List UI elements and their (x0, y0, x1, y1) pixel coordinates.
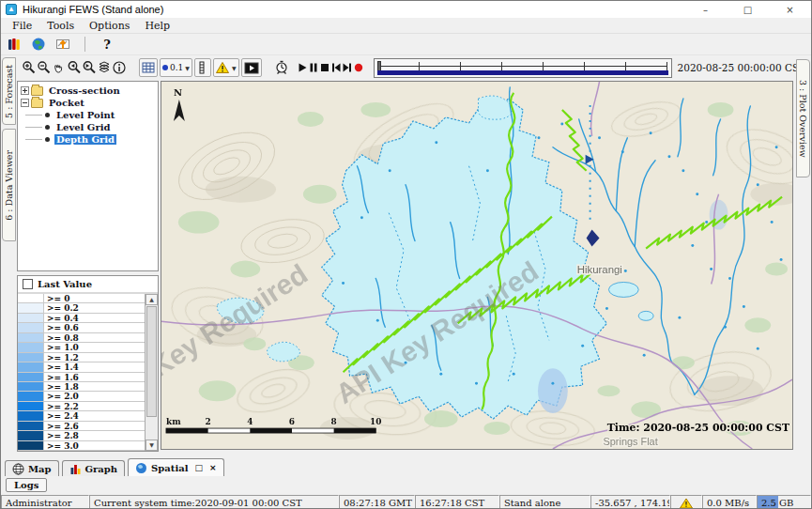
pause-button[interactable] (308, 59, 319, 76)
zoom-next-icon[interactable] (82, 59, 97, 76)
status-gmt-time: 08:27:18 GMT (339, 495, 415, 509)
place-label-springs-flat: Springs Flat (603, 436, 657, 447)
tab-close-icon[interactable]: × (209, 463, 217, 472)
main-content: Cross-section Pocket Level Point Level G… (1, 80, 811, 458)
legend-color-swatch (18, 353, 44, 362)
tree-node-level-grid[interactable]: Level Grid (18, 121, 158, 133)
legend-row[interactable]: >= 0.6 (18, 323, 145, 332)
legend-row[interactable]: >= 2.4 (18, 411, 145, 421)
time-slider[interactable] (374, 58, 672, 78)
legend-row[interactable]: >= 0.2 (18, 303, 145, 313)
status-mode: Stand alone (499, 495, 590, 509)
wire-globe-icon (12, 463, 24, 475)
legend-color-swatch (18, 392, 44, 400)
sidebar-tab-data-viewer[interactable]: 6 : Data Viewer (2, 129, 16, 241)
tab-maximize-icon[interactable]: □ (195, 463, 204, 472)
north-label: N (174, 87, 182, 98)
pan-hand-icon[interactable] (52, 59, 67, 76)
legend-row[interactable]: >= 3.0 (18, 441, 145, 451)
spatial-display-icon[interactable] (54, 36, 71, 53)
status-system-time: Current system time:2020-09-01 00:00 CST (89, 495, 339, 509)
step-forward-button[interactable] (342, 59, 353, 76)
menu-tools[interactable]: Tools (39, 20, 82, 32)
explorer-icon[interactable] (6, 36, 23, 53)
legend-color-swatch (18, 294, 44, 302)
legend-color-swatch (18, 373, 44, 381)
tab-map[interactable]: Map (5, 460, 59, 476)
sidebar-tab-forecast[interactable]: 5 : Forecast (2, 57, 16, 125)
menu-help[interactable]: Help (137, 20, 177, 32)
tab-graph[interactable]: Graph (62, 460, 126, 476)
play-button[interactable] (297, 59, 308, 76)
menu-options[interactable]: Options (82, 20, 137, 32)
map-view[interactable]: API Key Required API Key Required Hikura… (161, 81, 793, 450)
legend-row[interactable]: >= 2.0 (18, 392, 145, 401)
legend-row[interactable]: >= 0 (18, 294, 145, 303)
scalebar-unit: km (166, 417, 181, 426)
info-icon[interactable] (112, 59, 127, 76)
scale-ruler-button[interactable] (194, 58, 211, 77)
record-button[interactable] (353, 59, 364, 76)
sidebar-tab-plot-overview[interactable]: 3 : Plot Overview (796, 59, 810, 177)
menu-file[interactable]: File (5, 20, 39, 32)
minimize-button[interactable]: – (684, 1, 727, 18)
tree-node-depth-grid[interactable]: Depth Grid (18, 133, 158, 146)
application-window: ▲ Hikurangi FEWS (Stand alone) – □ × Fil… (0, 0, 812, 509)
legend-row[interactable]: >= 1.2 (18, 353, 145, 362)
svg-text:10: 10 (370, 417, 381, 426)
status-warning-icon[interactable] (670, 495, 702, 509)
app-icon: ▲ (6, 4, 17, 15)
svg-text:8: 8 (331, 417, 337, 426)
scroll-up-icon[interactable]: ▲ (146, 294, 158, 305)
help-button[interactable]: ? (99, 36, 115, 53)
grid-layer-button[interactable] (139, 58, 158, 77)
logs-button[interactable]: Logs (6, 478, 47, 492)
maximize-button[interactable]: □ (727, 1, 769, 18)
tree-node-level-point[interactable]: Level Point (18, 109, 158, 121)
step-back-button[interactable] (330, 59, 342, 76)
legend-row[interactable]: >= 1.4 (18, 362, 145, 372)
svg-text:4: 4 (247, 417, 253, 426)
tree-connector (25, 127, 42, 128)
legend-row[interactable]: >= 2.6 (18, 422, 145, 431)
legend-row[interactable]: >= 1.8 (18, 382, 145, 392)
status-memory[interactable]: 2.5 GB (757, 495, 811, 509)
map-canvas[interactable]: API Key Required API Key Required Hikura… (161, 82, 792, 449)
legend-row[interactable]: >= 0.8 (18, 333, 145, 343)
zoom-out-icon[interactable] (37, 59, 52, 76)
tree-node-pocket[interactable]: Pocket (18, 97, 158, 109)
tab-spatial[interactable]: Spatial □ × (128, 458, 223, 476)
stop-button[interactable] (319, 59, 330, 76)
close-button[interactable]: × (769, 1, 811, 18)
map-time-label: Time: 2020-08-25 00:00:00 CST (607, 422, 790, 434)
threshold-value: 0.1 (170, 63, 183, 72)
globe-icon[interactable] (30, 36, 47, 53)
animation-timer-icon[interactable] (274, 59, 289, 76)
title-bar: ▲ Hikurangi FEWS (Stand alone) – □ × (1, 1, 811, 18)
tree-node-cross-section[interactable]: Cross-section (18, 85, 158, 97)
scroll-down-icon[interactable]: ▼ (146, 440, 158, 451)
legend-row[interactable]: >= 2.8 (18, 431, 145, 440)
place-label-hikurangi: Hikurangi (577, 264, 622, 275)
legend-row[interactable]: >= 1.0 (18, 343, 145, 352)
zoom-previous-icon[interactable] (67, 59, 82, 76)
scrollbar-thumb[interactable] (146, 306, 157, 417)
legend-scrollbar[interactable]: ▲ ▼ (145, 294, 158, 451)
logs-row: Logs (1, 476, 811, 495)
threshold-dropdown[interactable]: 0.1 ▼ (160, 58, 192, 77)
tree-connector (25, 139, 42, 140)
left-panel: Cross-section Pocket Level Point Level G… (17, 81, 159, 452)
warning-dropdown[interactable]: ▼ (213, 58, 239, 77)
last-value-checkbox[interactable] (23, 279, 33, 289)
layers-icon[interactable] (97, 59, 112, 76)
collapse-icon[interactable] (21, 99, 29, 107)
legend-color-swatch (18, 402, 44, 410)
legend-row[interactable]: >= 0.4 (18, 314, 145, 323)
legend-row[interactable]: >= 1.6 (18, 373, 145, 382)
chevron-down-icon: ▼ (185, 65, 190, 71)
legend-color-swatch (18, 411, 44, 420)
zoom-in-icon[interactable] (22, 59, 37, 76)
legend-row[interactable]: >= 2.2 (18, 402, 145, 411)
animation-display-button[interactable] (241, 58, 262, 77)
expand-icon[interactable] (21, 86, 29, 95)
